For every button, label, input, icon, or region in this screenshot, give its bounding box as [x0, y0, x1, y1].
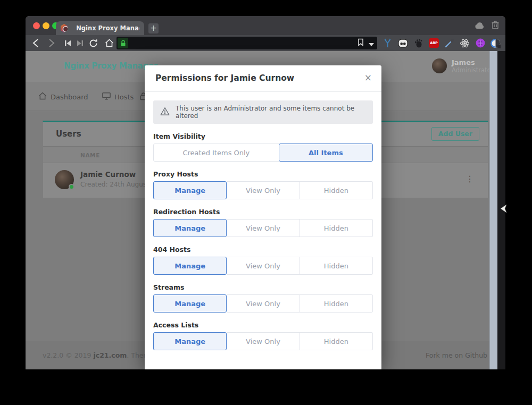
footer-link[interactable]: jc21.com	[93, 351, 127, 359]
favicon-icon	[61, 24, 68, 32]
option-button-view-only[interactable]: View Only	[227, 181, 300, 199]
privacy-extension-icon[interactable]	[488, 37, 503, 49]
github-link[interactable]: Fork me on Github	[426, 351, 487, 359]
user-menu[interactable]: James Administrator	[432, 58, 493, 74]
option-button-manage[interactable]: Manage	[153, 332, 227, 350]
button-group: ManageView OnlyHidden	[153, 294, 373, 313]
option-button-created-items-only[interactable]: Created Items Only	[153, 144, 279, 162]
screenshot-stage: Nginx Proxy Manager +	[0, 0, 532, 405]
button-group: ManageView OnlyHidden	[153, 181, 373, 199]
permission-section: Proxy HostsManageView OnlyHidden	[153, 170, 373, 199]
row-avatar	[55, 170, 74, 189]
nav-item-label: Dashboard	[51, 93, 88, 101]
online-status-dot	[69, 184, 74, 190]
option-button-hidden[interactable]: Hidden	[300, 294, 373, 313]
option-button-hidden[interactable]: Hidden	[300, 219, 373, 237]
modal-header: Permissions for Jamie Curnow ×	[145, 65, 381, 92]
section-label: Redirection Hosts	[153, 208, 373, 216]
nav-item-hosts[interactable]: Hosts	[102, 92, 134, 102]
permission-section: Item VisibilityCreated Items OnlyAll Ite…	[153, 132, 373, 162]
home-icon[interactable]	[104, 38, 114, 48]
row-user-name: Jamie Curnow	[80, 170, 136, 179]
admin-warning-alert: This user is an Administrator and some i…	[153, 100, 373, 124]
purple-extension-icon[interactable]	[472, 37, 488, 49]
kebab-menu-icon[interactable]: ⋮	[466, 174, 474, 184]
button-group: Created Items OnlyAll Items	[153, 144, 373, 162]
column-header-name: NAME	[80, 152, 100, 158]
url-bar[interactable]	[117, 37, 377, 49]
modal-body: This user is an Administrator and some i…	[145, 92, 381, 350]
caret-down-icon[interactable]	[369, 38, 374, 48]
button-group: ManageView OnlyHidden	[153, 219, 373, 237]
browser-scrollbar[interactable]	[489, 51, 497, 369]
close-window-button[interactable]	[33, 22, 40, 29]
nav-item-label: Hosts	[114, 93, 134, 101]
option-button-manage[interactable]: Manage	[153, 219, 227, 237]
button-group: ManageView OnlyHidden	[153, 257, 373, 275]
user-avatar	[432, 58, 447, 73]
section-label: Access Lists	[153, 321, 373, 329]
option-button-hidden[interactable]: Hidden	[300, 181, 373, 199]
pipeline-icon[interactable]	[380, 37, 395, 49]
option-button-hidden[interactable]: Hidden	[300, 332, 373, 350]
skip-start-icon[interactable]	[63, 38, 72, 48]
option-button-manage[interactable]: Manage	[153, 181, 227, 199]
permission-sections: Item VisibilityCreated Items OnlyAll Ite…	[153, 132, 373, 350]
container-icon[interactable]	[395, 37, 411, 49]
permissions-modal: Permissions for Jamie Curnow × This user…	[145, 65, 381, 369]
modal-title: Permissions for Jamie Curnow	[155, 73, 294, 83]
close-icon[interactable]: ×	[364, 72, 372, 83]
user-role: Administrator	[452, 66, 493, 74]
section-label: 404 Hosts	[153, 246, 373, 254]
browser-tab[interactable]: Nginx Proxy Manager	[56, 21, 144, 35]
mouse-cursor	[500, 204, 507, 215]
permission-section: 404 HostsManageView OnlyHidden	[153, 246, 373, 275]
permission-section: Redirection HostsManageView OnlyHidden	[153, 208, 373, 237]
forward-icon[interactable]	[47, 38, 56, 48]
devtools-atom-icon[interactable]	[457, 37, 472, 49]
button-group: ManageView OnlyHidden	[153, 332, 373, 350]
new-tab-button[interactable]: +	[148, 23, 159, 33]
adblock-icon[interactable]: ABP	[426, 37, 442, 49]
option-button-manage[interactable]: Manage	[153, 294, 227, 313]
lock-icon[interactable]	[118, 38, 128, 48]
alert-text: This user is an Administrator and some i…	[176, 105, 366, 120]
minimize-window-button[interactable]	[43, 22, 49, 29]
reload-icon[interactable]	[88, 38, 98, 48]
browser-titlebar: Nginx Proxy Manager +	[26, 16, 505, 35]
app-brand: Nginx Proxy Manager	[64, 61, 157, 71]
trash-icon[interactable]	[492, 21, 499, 31]
bookmark-icon[interactable]	[358, 38, 364, 48]
tab-title: Nginx Proxy Manager	[76, 24, 139, 32]
back-icon[interactable]	[31, 38, 40, 48]
gnome-foot-icon[interactable]	[411, 37, 426, 49]
section-label: Streams	[153, 283, 373, 291]
option-button-hidden[interactable]: Hidden	[300, 257, 373, 275]
monitor-icon	[102, 92, 111, 102]
users-card-title: Users	[56, 129, 81, 139]
cloud-icon[interactable]	[475, 21, 485, 31]
home-icon	[38, 92, 47, 102]
color-picker-icon[interactable]	[442, 37, 457, 49]
permission-section: Access ListsManageView OnlyHidden	[153, 321, 373, 350]
option-button-view-only[interactable]: View Only	[227, 257, 300, 275]
skip-end-icon[interactable]	[75, 38, 85, 48]
user-name: James	[452, 58, 493, 66]
warning-triangle-icon	[160, 107, 170, 117]
option-button-manage[interactable]: Manage	[153, 257, 227, 275]
option-button-all-items[interactable]: All Items	[279, 144, 373, 162]
permission-section: StreamsManageView OnlyHidden	[153, 283, 373, 313]
browser-toolbar: ABP	[26, 35, 505, 51]
nav-item-dashboard[interactable]: Dashboard	[38, 92, 88, 102]
section-label: Item Visibility	[153, 132, 373, 140]
add-user-button[interactable]: Add User	[431, 127, 479, 141]
option-button-view-only[interactable]: View Only	[227, 294, 300, 313]
option-button-view-only[interactable]: View Only	[227, 332, 300, 350]
section-label: Proxy Hosts	[153, 170, 373, 178]
option-button-view-only[interactable]: View Only	[227, 219, 300, 237]
